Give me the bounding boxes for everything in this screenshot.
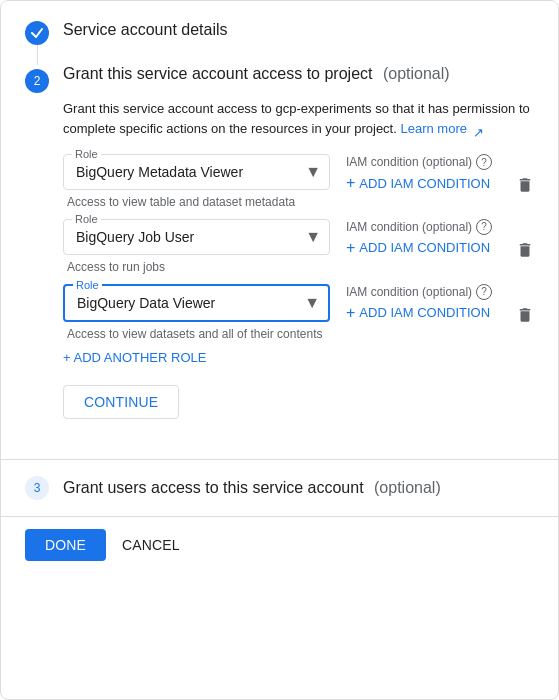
role-value-2: BigQuery Job User	[76, 229, 194, 245]
iam-question-icon-2[interactable]: ?	[476, 219, 492, 235]
delete-role-button-1[interactable]	[514, 174, 536, 199]
continue-button[interactable]: CONTINUE	[63, 385, 179, 419]
step2-title-group: Grant this service account access to pro…	[63, 65, 450, 83]
step2-title: Grant this service account access to pro…	[63, 65, 372, 82]
step3-number-circle: 3	[25, 476, 49, 500]
role-right-2: IAM condition (optional) ? + ADD IAM CON…	[346, 219, 506, 257]
role-select-3[interactable]: Role BigQuery Data Viewer ▼	[63, 284, 330, 322]
plus-icon-3: +	[346, 304, 355, 322]
chevron-down-icon-2: ▼	[305, 228, 321, 246]
add-another-role-button[interactable]: + ADD ANOTHER ROLE	[63, 350, 206, 365]
learn-more-link[interactable]: Learn more ↗	[400, 121, 484, 136]
step1-check-icon	[25, 21, 49, 45]
plus-icon-2: +	[346, 239, 355, 257]
external-link-icon: ↗	[473, 123, 485, 135]
iam-condition-header-2: IAM condition (optional) ?	[346, 219, 492, 235]
step2-header: 2 Grant this service account access to p…	[25, 65, 536, 93]
role-left-3: Role BigQuery Data Viewer ▼ Access to vi…	[63, 284, 330, 343]
iam-condition-header-1: IAM condition (optional) ?	[346, 154, 492, 170]
delete-role-button-2[interactable]	[514, 239, 536, 264]
add-iam-condition-button-3[interactable]: + ADD IAM CONDITION	[346, 304, 490, 322]
iam-condition-label-2: IAM condition (optional)	[346, 220, 472, 234]
add-iam-label-1: ADD IAM CONDITION	[359, 176, 490, 191]
step3-title: Grant users access to this service accou…	[63, 479, 364, 496]
role-label-1: Role	[72, 148, 101, 160]
service-account-wizard: Service account details 2 Grant this ser…	[1, 1, 559, 573]
role-label-2: Role	[72, 213, 101, 225]
done-label: DONE	[45, 537, 86, 553]
role-left-2: Role BigQuery Job User ▼ Access to run j…	[63, 219, 330, 276]
step2-optional-label: (optional)	[383, 65, 450, 82]
add-iam-condition-button-1[interactable]: + ADD IAM CONDITION	[346, 174, 490, 192]
cancel-label: CANCEL	[122, 537, 180, 553]
role-label-3: Role	[73, 279, 102, 291]
plus-icon-1: +	[346, 174, 355, 192]
step1-row: Service account details	[1, 1, 559, 45]
chevron-down-icon-1: ▼	[305, 163, 321, 181]
iam-question-icon-1[interactable]: ?	[476, 154, 492, 170]
vertical-connector	[1, 45, 559, 65]
role-value-1: BigQuery Metadata Viewer	[76, 164, 243, 180]
spacer	[25, 419, 536, 439]
bottom-bar: DONE CANCEL	[1, 516, 559, 573]
step-connector-line	[37, 45, 38, 65]
role-select-2[interactable]: Role BigQuery Job User ▼	[63, 219, 330, 255]
add-iam-label-3: ADD IAM CONDITION	[359, 305, 490, 320]
step2-number: 2	[34, 74, 41, 88]
role-select-1[interactable]: Role BigQuery Metadata Viewer ▼	[63, 154, 330, 190]
cancel-button[interactable]: CANCEL	[122, 537, 180, 553]
role-help-text-1: Access to view table and dataset metadat…	[63, 194, 330, 211]
step1-title: Service account details	[63, 19, 228, 39]
iam-condition-label-3: IAM condition (optional)	[346, 285, 472, 299]
role-help-text-2: Access to run jobs	[63, 259, 330, 276]
role-right-3: IAM condition (optional) ? + ADD IAM CON…	[346, 284, 506, 322]
role-value-3: BigQuery Data Viewer	[77, 295, 215, 311]
learn-more-text: Learn more	[400, 121, 466, 136]
add-iam-condition-button-2[interactable]: + ADD IAM CONDITION	[346, 239, 490, 257]
role-row-3: Role BigQuery Data Viewer ▼ Access to vi…	[63, 284, 536, 343]
step3-title-group: Grant users access to this service accou…	[63, 479, 441, 497]
delete-role-button-3[interactable]	[514, 304, 536, 329]
step3-container: 3 Grant users access to this service acc…	[1, 460, 559, 516]
add-another-role-label: + ADD ANOTHER ROLE	[63, 350, 206, 365]
add-iam-label-2: ADD IAM CONDITION	[359, 240, 490, 255]
role-row-2: Role BigQuery Job User ▼ Access to run j…	[63, 219, 536, 276]
iam-condition-label-1: IAM condition (optional)	[346, 155, 472, 169]
role-right-1: IAM condition (optional) ? + ADD IAM CON…	[346, 154, 506, 192]
step2-number-circle: 2	[25, 69, 49, 93]
iam-question-icon-3[interactable]: ?	[476, 284, 492, 300]
step2-description: Grant this service account access to gcp…	[25, 99, 536, 138]
role-row-1: Role BigQuery Metadata Viewer ▼ Access t…	[63, 154, 536, 211]
done-button[interactable]: DONE	[25, 529, 106, 561]
roles-section: Role BigQuery Metadata Viewer ▼ Access t…	[25, 154, 536, 419]
chevron-down-icon-3: ▼	[304, 294, 320, 312]
role-left-1: Role BigQuery Metadata Viewer ▼ Access t…	[63, 154, 330, 211]
step3-optional-label: (optional)	[374, 479, 441, 496]
iam-condition-header-3: IAM condition (optional) ?	[346, 284, 492, 300]
continue-label: CONTINUE	[84, 394, 158, 410]
step3-number: 3	[34, 481, 41, 495]
role-help-text-3: Access to view datasets and all of their…	[63, 326, 330, 343]
step2-container: 2 Grant this service account access to p…	[1, 65, 559, 439]
